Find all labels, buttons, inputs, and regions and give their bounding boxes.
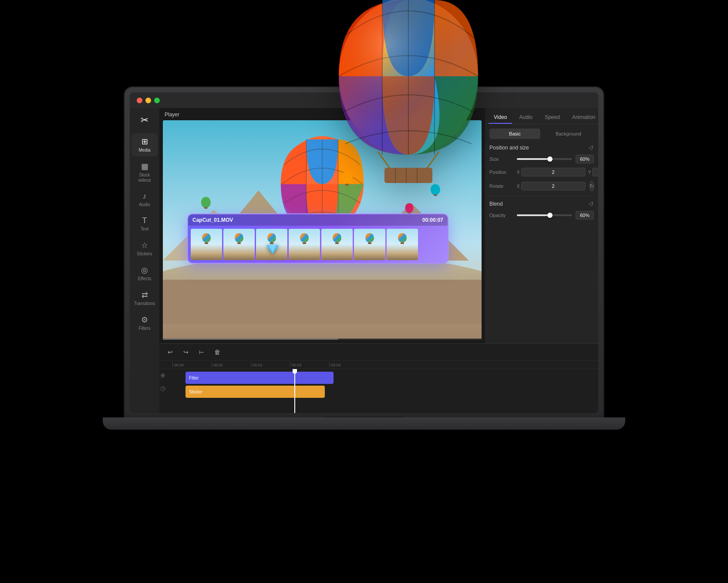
clip-name: CapCut_01.MOV (192, 217, 233, 223)
right-panel: Video Audio Speed Animation Basic Backgr… (485, 108, 598, 343)
tab-video[interactable]: Video (489, 112, 512, 124)
filmstrip-thumb-4 (289, 229, 320, 260)
sticker-clip[interactable]: Sticker (185, 386, 325, 398)
size-slider[interactable] (517, 158, 572, 160)
position-label: Position (489, 169, 513, 175)
y-label: Y (588, 170, 591, 175)
svg-rect-34 (434, 194, 437, 196)
sub-tab-background[interactable]: Background (543, 129, 594, 139)
position-y-input[interactable] (592, 168, 598, 176)
panel-tabs: Video Audio Speed Animation (485, 108, 598, 124)
x-label: X (517, 170, 520, 175)
filmstrip-thumb-2 (223, 229, 255, 260)
reset-blend-icon[interactable]: ↺ (589, 200, 594, 207)
position-size-section-title: Position and size ↺ (489, 144, 594, 151)
divider (489, 196, 594, 196)
sidebar-item-effects[interactable]: ◎ Effects (131, 262, 158, 285)
svg-line-40 (378, 152, 391, 170)
opacity-label: Opacity (489, 213, 513, 218)
filter-track-icon: ⊕ (160, 372, 165, 379)
sidebar-label-stock-videos: Stock videos (133, 173, 156, 183)
timeline-tracks: ⊕ ◷ Filter Sticker (159, 369, 598, 413)
laptop-base (103, 417, 625, 430)
sub-tabs: Basic Background (489, 129, 594, 139)
filmstrip-thumb-5 (321, 229, 353, 260)
app-logo: ✂ (137, 112, 152, 128)
cursor-arrow-icon (266, 245, 279, 254)
large-balloon-svg (334, 0, 482, 183)
sidebar-label-text: Text (141, 227, 148, 232)
clip-preview-header: CapCut_01.MOV 00:00:07 (188, 214, 448, 226)
ruler-mark-1: 00:01 (212, 362, 251, 367)
timeline-playhead[interactable] (294, 369, 295, 413)
sidebar-label-audio: Audio (139, 202, 150, 207)
player-label: Player (165, 112, 179, 118)
clip-preview-popup: CapCut_01.MOV 00:00:07 (187, 214, 448, 264)
sidebar-item-text[interactable]: T Text (131, 213, 158, 235)
tab-speed[interactable]: Speed (539, 112, 565, 124)
svg-rect-2 (163, 280, 482, 324)
filters-icon: ⚙ (141, 315, 148, 325)
size-value[interactable] (576, 155, 594, 163)
position-x-group: X (517, 168, 586, 176)
sidebar-label-media: Media (138, 148, 150, 153)
svg-point-33 (431, 184, 440, 195)
sticker-track: Sticker (185, 386, 598, 398)
sidebar-item-transitions[interactable]: ⇄ Transitions (131, 287, 158, 310)
filmstrip-thumb-7 (387, 229, 418, 260)
filmstrip-thumb-6 (354, 229, 385, 260)
ruler-marks: 00:00 00:01 00:02 00:03 00:04 (172, 362, 598, 367)
stickers-icon: ☆ (141, 241, 148, 250)
effects-icon: ◎ (141, 265, 148, 275)
rotate-x-input[interactable] (521, 182, 586, 190)
redo-button[interactable]: ↪ (180, 346, 192, 358)
timeline-toolbar: ↩ ↪ ⊢ 🗑 (159, 344, 598, 361)
undo-button[interactable]: ↩ (165, 346, 176, 358)
filter-track: Filter (185, 372, 598, 384)
filter-clip[interactable]: Filter (185, 372, 334, 384)
split-button[interactable]: ⊢ (196, 346, 207, 358)
rotate-control: Rotate X ↻ (489, 181, 594, 191)
tab-animation[interactable]: Animation (567, 112, 598, 124)
opacity-value[interactable] (576, 211, 594, 220)
sidebar-item-stock-videos[interactable]: ▦ Stock videos (131, 158, 158, 186)
ruler-mark-2: 00:02 (251, 362, 290, 367)
sidebar-item-media[interactable]: ⊞ Media (131, 133, 158, 156)
svg-rect-22 (204, 207, 207, 209)
sidebar-item-audio[interactable]: ♪ Audio (131, 188, 158, 211)
balloon-popup (334, 0, 482, 185)
sidebar-label-filters: Filters (138, 326, 150, 331)
sidebar-label-effects: Effects (138, 276, 151, 281)
opacity-slider[interactable] (517, 214, 572, 216)
traffic-lights (137, 98, 160, 103)
opacity-control: Opacity (489, 211, 594, 220)
maximize-button[interactable] (154, 98, 160, 103)
sidebar-item-stickers[interactable]: ☆ Stickers (131, 237, 158, 260)
svg-point-25 (405, 203, 413, 213)
sidebar-label-stickers: Stickers (137, 251, 152, 257)
size-control: Size (489, 155, 594, 163)
clip-time: 00:00:07 (422, 217, 443, 223)
sidebar-item-filters[interactable]: ⚙ Filters (131, 312, 158, 335)
reset-position-icon[interactable]: ↺ (589, 144, 594, 151)
position-y-group: Y (588, 168, 598, 176)
rotate-x-group: X (517, 182, 586, 190)
transitions-icon: ⇄ (142, 290, 148, 300)
media-icon: ⊞ (142, 137, 148, 146)
svg-point-39 (339, 0, 478, 155)
rotate-button[interactable]: ↻ (589, 181, 594, 191)
position-x-input[interactable] (521, 168, 586, 176)
sticker-track-icon: ◷ (160, 385, 165, 392)
size-label: Size (489, 156, 513, 162)
text-icon: T (142, 216, 147, 225)
minimize-button[interactable] (145, 98, 151, 103)
close-button[interactable] (137, 98, 142, 103)
sub-tab-basic[interactable]: Basic (489, 129, 540, 139)
tab-audio[interactable]: Audio (514, 112, 538, 124)
delete-button[interactable]: 🗑 (212, 346, 223, 358)
filmstrip-thumb-1 (191, 229, 222, 260)
svg-rect-42 (384, 168, 432, 183)
svg-point-21 (201, 197, 211, 208)
audio-icon: ♪ (143, 192, 147, 201)
sidebar-label-transitions: Transitions (134, 301, 155, 306)
